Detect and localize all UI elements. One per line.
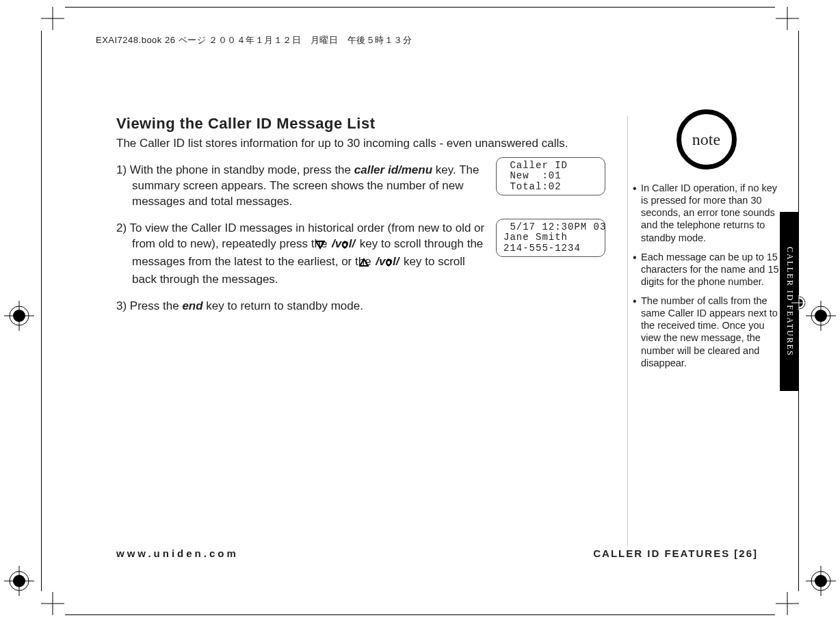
svg-point-27: [388, 259, 389, 260]
footer-section-page: CALLER ID FEATURES [26]: [593, 547, 758, 559]
registration-target-mr: [806, 301, 836, 334]
intro-text: The Caller ID list stores information fo…: [116, 137, 619, 150]
registration-target-bl: [4, 566, 34, 599]
svg-point-25: [344, 242, 345, 243]
note-column: note In Caller ID operation, if no key i…: [633, 109, 780, 376]
registration-target-br: [806, 566, 836, 599]
print-header-text: EXAI7248.book 26 ページ ２００４年１月１２日 月曜日 午後５時…: [96, 34, 412, 46]
lcd-screen-detail: 5/17 12:30PM 03 Jane Smith 214-555-1234: [496, 219, 605, 257]
document-page: EXAI7248.book 26 ページ ２００４年１月１２日 月曜日 午後５時…: [0, 0, 840, 622]
note-badge: note: [677, 109, 737, 170]
step-2: 2) To view the Caller ID messages in his…: [116, 221, 486, 288]
crop-mark-tr: [776, 7, 799, 30]
crop-mark-br: [776, 592, 799, 615]
step-3: 3) Press the end key to return to standb…: [116, 299, 619, 314]
registration-target-ml: [4, 301, 34, 334]
footer-url: www.uniden.com: [116, 547, 239, 559]
step-1-text-a: 1) With the phone in standby mode, press…: [116, 163, 354, 176]
crop-line-top: [65, 7, 775, 8]
vertical-divider: [627, 116, 628, 547]
side-tab-crosshair-icon: [791, 295, 806, 313]
note-item-3: The number of calls from the same Caller…: [633, 295, 780, 369]
crop-mark-tl: [41, 7, 64, 30]
section-title: Viewing the Caller ID Message List: [116, 115, 619, 133]
key-end: end: [182, 299, 202, 312]
step-1: 1) With the phone in standby mode, press…: [116, 163, 486, 210]
note-badge-label: note: [692, 131, 720, 149]
note-item-1: In Caller ID operation, if no key is pre…: [633, 182, 780, 244]
note-item-2: Each message can be up to 15 characters …: [633, 251, 780, 288]
lcd-screen-summary: Caller ID New :01 Total:02: [496, 157, 605, 195]
crop-line-left: [41, 31, 42, 591]
key-caller-id-menu: caller id/menu: [354, 163, 432, 176]
step-3-text-a: 3) Press the: [116, 299, 182, 312]
svg-marker-26: [360, 259, 368, 266]
crop-line-bottom: [65, 614, 775, 615]
step-3-text-b: key to return to standby mode.: [203, 299, 363, 312]
svg-marker-24: [316, 241, 324, 248]
crop-mark-bl: [41, 592, 64, 615]
